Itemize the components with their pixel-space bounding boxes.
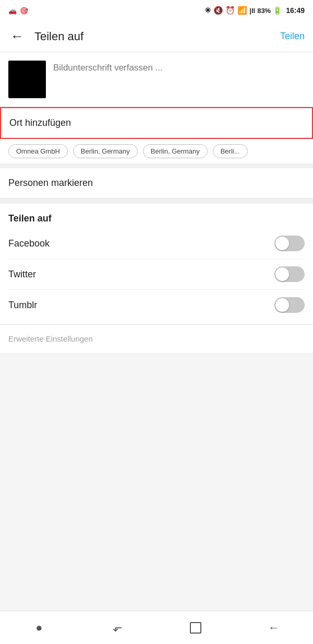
chip-berlin-3[interactable]: Berli... [213,144,248,158]
back-nav-icon: ← [268,621,280,635]
divider-1 [0,164,313,168]
advanced-settings-section[interactable]: Erweiterte Einstellungen [0,325,313,353]
content-spacer [0,353,313,611]
share-section-title: Teilen auf [8,213,305,224]
location-box[interactable]: Ort hinzufügen [0,107,313,139]
facebook-toggle-knob [275,237,289,250]
share-row-twitter: Twitter [8,259,305,290]
chip-omnea[interactable]: Omnea GmbH [8,144,68,158]
bluetooth-icon: ✳ [204,6,211,15]
bottom-nav-bar: ● ⬐ ← [0,611,313,644]
advanced-settings-label: Erweiterte Einstellungen [8,334,93,343]
car-icon: 🚗 [8,7,17,15]
caption-area [0,52,313,107]
status-right-icons: ✳ 🔇 ⏰ 📶 |ll 83% 🔋 16:49 [204,6,305,15]
mute-icon: 🔇 [213,6,223,15]
back-button[interactable]: ← [8,26,26,46]
recent-icon: ⬐ [113,621,122,635]
persons-label: Personen markieren [8,178,93,188]
wifi-icon: 📶 [237,6,247,15]
signal-icon: |ll [249,7,255,15]
location-chips-row: Omnea GmbH Berlin, Germany Berlin, Germa… [0,139,313,164]
chip-berlin-2[interactable]: Berlin, Germany [143,144,208,158]
share-row-tumblr: Tumblr [8,290,305,320]
caption-input[interactable] [53,61,305,94]
tumblr-toggle-knob [275,298,289,312]
tumblr-toggle[interactable] [274,297,305,313]
share-action-button[interactable]: Teilen [280,31,305,42]
nav-back-button[interactable]: ← [261,615,286,640]
image-thumbnail [8,61,46,98]
location-label: Ort hinzufügen [9,118,71,128]
share-on-section: Teilen auf Facebook Twitter Tumblr [0,204,313,324]
page-title: Teilen auf [34,30,280,43]
route-icon: 🎯 [20,7,28,15]
facebook-label: Facebook [8,238,50,249]
top-nav-bar: ← Teilen auf Teilen [0,21,313,52]
persons-section[interactable]: Personen markieren [0,168,313,198]
nav-dot-button[interactable]: ● [27,615,52,640]
tumblr-label: Tumblr [8,300,37,311]
status-left-icons: 🚗 🎯 [8,7,28,15]
facebook-toggle[interactable] [274,236,305,251]
twitter-toggle-knob [275,267,289,281]
home-icon [190,622,201,634]
nav-home-button[interactable] [183,615,208,640]
status-bar: 🚗 🎯 ✳ 🔇 ⏰ 📶 |ll 83% 🔋 16:49 [0,0,313,21]
battery-percent: 83% [257,7,271,15]
share-row-facebook: Facebook [8,228,305,259]
alarm-icon: ⏰ [225,6,235,15]
time-display: 16:49 [286,6,305,15]
nav-recent-button[interactable]: ⬐ [105,615,130,640]
twitter-label: Twitter [8,269,36,280]
battery-icon: 🔋 [273,6,282,15]
chip-berlin-1[interactable]: Berlin, Germany [73,144,138,158]
dot-icon: ● [35,621,42,635]
divider-2 [0,198,313,204]
twitter-toggle[interactable] [274,266,305,282]
